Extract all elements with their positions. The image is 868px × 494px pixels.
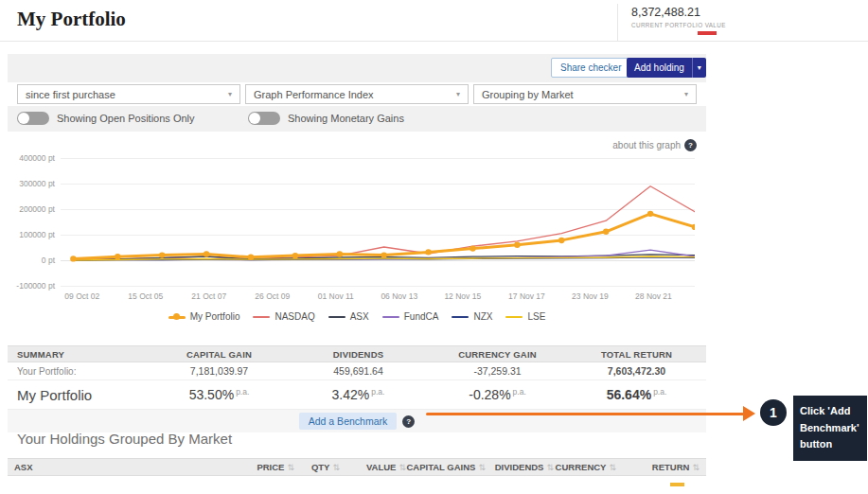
- add-holding-button[interactable]: Add holding ▾: [627, 58, 706, 78]
- summary-header-cell: TOTAL RETURN: [567, 349, 706, 360]
- portfolio-value: 8,372,488.21: [631, 6, 717, 19]
- holdings-column-header-capital-gains[interactable]: CAPITAL GAINS⇅: [406, 459, 486, 475]
- summary-header-cell: DIVIDENDS: [289, 349, 428, 360]
- sort-icon[interactable]: ⇅: [609, 463, 616, 472]
- sort-icon[interactable]: ⇅: [478, 463, 486, 472]
- open-positions-toggle[interactable]: [17, 112, 49, 125]
- holdings-column-header-return[interactable]: RETURN⇅: [616, 459, 700, 475]
- summary-header-cell: SUMMARY: [8, 349, 150, 360]
- graph-type-select[interactable]: Graph Performance Index ▾: [245, 84, 469, 104]
- annotation-arrowhead-icon: [743, 406, 755, 421]
- x-axis-tick: 23 Nov 19: [572, 291, 609, 301]
- graph-type-select-value: Graph Performance Index: [254, 89, 374, 100]
- summary-value-cell: 56.64%p.a.: [567, 387, 706, 402]
- chevron-down-icon: ▾: [684, 90, 688, 98]
- holdings-header-row: ASXPRICE⇅QTY⇅VALUE⇅CAPITAL GAINS⇅DIVIDEN…: [8, 458, 706, 476]
- y-axis-tick: 0 pt: [42, 256, 55, 265]
- summary-value-cell: 53.50%p.a.: [150, 387, 289, 402]
- annotation-instruction-box: Click 'Add Benchmark' button: [793, 396, 867, 461]
- summary-table: SUMMARYCAPITAL GAINDIVIDENDSCURRENCY GAI…: [8, 345, 706, 432]
- holdings-row-partial: [8, 476, 706, 494]
- summary-value-cell: -0.28%p.a.: [428, 387, 567, 402]
- summary-value-cell: 3.42%p.a.: [289, 387, 428, 402]
- legend-item-nzx[interactable]: NZX: [452, 311, 492, 322]
- page-title: My Portfolio: [17, 8, 126, 31]
- about-graph-label: about this graph: [612, 140, 681, 150]
- x-axis-tick: 09 Oct 02: [64, 291, 99, 301]
- y-axis-tick: 300000 pt: [19, 179, 55, 188]
- performance-line-chart: [61, 158, 695, 287]
- sort-icon[interactable]: ⇅: [332, 463, 340, 472]
- help-icon[interactable]: ?: [684, 139, 697, 151]
- x-axis-tick: 12 Nov 15: [444, 291, 481, 301]
- chevron-down-icon: ▾: [228, 90, 232, 98]
- return-mini-bar: [670, 483, 684, 486]
- summary-value-cell: 7,181,039.97: [150, 365, 289, 377]
- x-axis: 09 Oct 0215 Oct 0521 Oct 0726 Oct 0901 N…: [61, 291, 695, 303]
- performance-chart-panel: about this graph ? 400000 pt300000 pt200…: [8, 132, 706, 338]
- monetary-gains-toggle-group: Showing Monetary Gains: [248, 112, 404, 125]
- legend-item-lse[interactable]: LSE: [505, 311, 545, 322]
- chevron-down-icon[interactable]: ▾: [692, 58, 706, 78]
- page-header: My Portfolio 8,372,488.21 CURRENT PORTFO…: [0, 0, 868, 42]
- sort-icon[interactable]: ⇅: [692, 463, 700, 472]
- legend-item-my-portfolio[interactable]: My Portfolio: [168, 311, 240, 322]
- summary-header-row: SUMMARYCAPITAL GAINDIVIDENDSCURRENCY GAI…: [8, 345, 706, 362]
- holdings-section-title: Your Holdings Grouped By Market: [17, 431, 232, 447]
- holdings-column-header-currency[interactable]: CURRENCY⇅: [554, 459, 616, 475]
- period-select-value: since first purchase: [26, 89, 115, 100]
- summary-rate-row: My Portfolio53.50%p.a.3.42%p.a.-0.28%p.a…: [8, 380, 706, 409]
- portfolio-page: My Portfolio 8,372,488.21 CURRENT PORTFO…: [0, 0, 868, 494]
- summary-value-cell: 7,603,472.30: [567, 365, 706, 377]
- x-axis-tick: 28 Nov 21: [635, 291, 672, 301]
- chevron-down-icon: ▾: [456, 90, 460, 98]
- grouping-select[interactable]: Grouping by Market ▾: [473, 84, 697, 104]
- sort-icon[interactable]: ⇅: [287, 463, 294, 472]
- x-axis-tick: 17 Nov 17: [508, 291, 545, 301]
- monetary-gains-toggle-label: Showing Monetary Gains: [288, 113, 404, 124]
- portfolio-change-indicator: [698, 31, 717, 35]
- summary-portfolio-row: Your Portfolio:7,181,039.97459,691.64-37…: [8, 362, 706, 380]
- y-axis-tick: 400000 pt: [19, 153, 55, 163]
- sort-icon[interactable]: ⇅: [399, 463, 406, 472]
- holdings-column-header-dividends[interactable]: DIVIDENDS⇅: [486, 459, 554, 475]
- legend-item-fundca[interactable]: FundCA: [382, 311, 439, 322]
- legend-item-nasdaq[interactable]: NASDAQ: [253, 311, 314, 322]
- summary-value-cell: 459,691.64: [289, 365, 428, 377]
- monetary-gains-toggle[interactable]: [248, 112, 280, 125]
- summary-row-label: My Portfolio: [8, 387, 150, 403]
- y-axis-tick: 200000 pt: [19, 204, 55, 214]
- x-axis-tick: 01 Nov 11: [318, 291, 354, 301]
- x-axis-tick: 21 Oct 07: [191, 291, 226, 301]
- portfolio-value-stat: 8,372,488.21 CURRENT PORTFOLIO VALUE: [617, 4, 717, 42]
- open-positions-toggle-label: Showing Open Positions Only: [57, 113, 195, 124]
- grouping-select-value: Grouping by Market: [482, 89, 574, 100]
- add-holding-label[interactable]: Add holding: [627, 62, 692, 73]
- add-benchmark-button[interactable]: Add a Benchmark: [299, 413, 397, 430]
- holdings-column-header-price[interactable]: PRICE⇅: [241, 459, 294, 475]
- holdings-column-header-value[interactable]: VALUE⇅: [340, 459, 406, 475]
- filter-bar: since first purchase ▾ Graph Performance…: [8, 82, 706, 106]
- chart-legend: My PortfolioNASDAQASXFundCANZXLSE: [8, 311, 706, 322]
- open-positions-toggle-group: Showing Open Positions Only: [17, 112, 195, 125]
- summary-header-cell: CURRENCY GAIN: [428, 349, 567, 360]
- portfolio-value-label: CURRENT PORTFOLIO VALUE: [631, 22, 717, 28]
- share-checker-button[interactable]: Share checker: [551, 58, 630, 78]
- help-icon[interactable]: ?: [402, 415, 415, 428]
- summary-value-cell: -37,259.31: [428, 365, 567, 377]
- y-axis-tick: -100000 pt: [16, 281, 55, 291]
- annotation-arrow-line: [426, 413, 744, 415]
- about-graph-link[interactable]: about this graph ?: [612, 139, 697, 151]
- y-axis-tick: 100000 pt: [19, 230, 55, 239]
- x-axis-tick: 06 Nov 13: [381, 291, 417, 301]
- holdings-group-label: ASX: [14, 459, 241, 475]
- legend-item-asx[interactable]: ASX: [328, 311, 369, 322]
- annotation-step-badge: 1: [760, 399, 787, 426]
- sort-icon[interactable]: ⇅: [546, 463, 554, 472]
- period-select[interactable]: since first purchase ▾: [17, 84, 240, 104]
- x-axis-tick: 26 Oct 09: [255, 291, 290, 301]
- controls-section: Share checker Add holding ▾ since first …: [8, 54, 706, 132]
- summary-row-label: Your Portfolio:: [8, 366, 150, 377]
- holdings-column-header-qty[interactable]: QTY⇅: [294, 459, 340, 475]
- toggle-knob: [249, 113, 260, 124]
